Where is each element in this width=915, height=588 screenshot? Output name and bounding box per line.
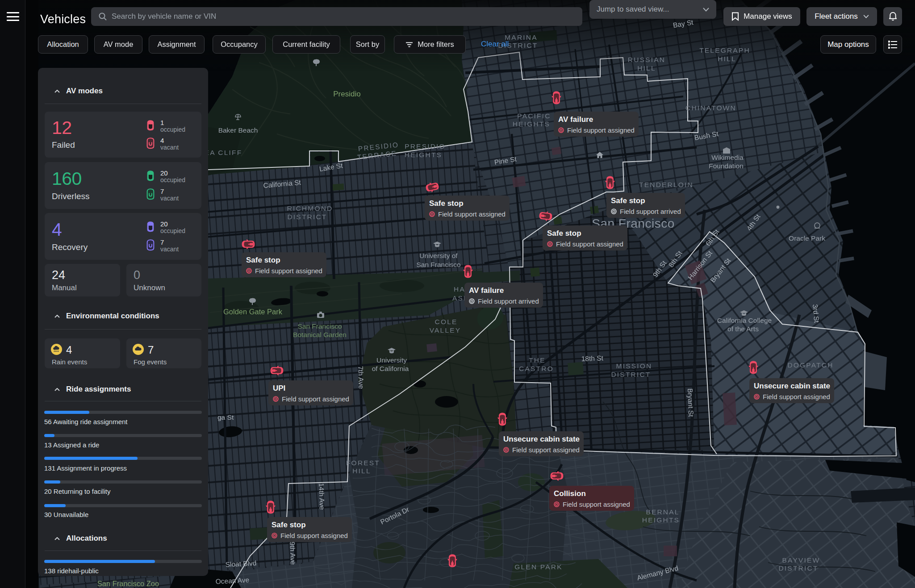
svg-text:MISSION: MISSION (616, 362, 652, 370)
svg-text:DISTRICT: DISTRICT (611, 371, 651, 378)
svg-text:PACIFIC: PACIFIC (517, 112, 551, 120)
svg-text:HEIGHTS: HEIGHTS (405, 151, 442, 158)
svg-text:San Francisco: San Francisco (416, 261, 460, 268)
svg-text:FOREST: FOREST (346, 459, 380, 467)
svg-text:PRESIDIO: PRESIDIO (405, 142, 446, 150)
svg-text:University of: University of (419, 252, 458, 259)
svg-text:BAYVIEW: BAYVIEW (782, 556, 820, 564)
svg-text:CHINATOWN: CHINATOWN (685, 104, 736, 112)
svg-text:University: University (376, 356, 407, 364)
svg-text:VALLEY: VALLEY (430, 326, 461, 334)
svg-text:14th Ave: 14th Ave (318, 483, 326, 510)
svg-text:MARINA: MARINA (505, 33, 537, 41)
svg-text:San Francisco: San Francisco (297, 322, 342, 330)
svg-text:HILL: HILL (637, 64, 656, 72)
svg-text:Foundation: Foundation (709, 162, 744, 170)
svg-text:of California: of California (372, 365, 409, 372)
svg-text:HEIGHTS: HEIGHTS (513, 120, 550, 128)
svg-text:GLEN PARK: GLEN PARK (514, 563, 562, 571)
svg-text:TENDERLOIN: TENDERLOIN (639, 181, 694, 188)
svg-text:DISTRICT: DISTRICT (778, 564, 818, 572)
svg-text:San Francisco Zoo: San Francisco Zoo (97, 580, 159, 588)
svg-text:HILL: HILL (718, 55, 736, 63)
svg-text:DISTRICT: DISTRICT (287, 213, 327, 221)
svg-text:RICHMOND: RICHMOND (287, 204, 333, 212)
svg-text:THE: THE (529, 356, 546, 364)
svg-text:18th St: 18th St (581, 354, 604, 363)
svg-text:RUSSIAN: RUSSIAN (628, 56, 665, 63)
svg-text:Presidio: Presidio (333, 90, 360, 98)
svg-text:DOGPATCH: DOGPATCH (787, 361, 833, 369)
svg-text:of the Arts: of the Arts (727, 325, 759, 333)
svg-text:HEIGHTS: HEIGHTS (642, 516, 680, 524)
svg-text:Bryant St: Bryant St (686, 388, 695, 417)
svg-text:CASTRO: CASTRO (519, 365, 554, 372)
svg-text:Golden Gate Park: Golden Gate Park (223, 308, 283, 316)
svg-text:Botanical Garden: Botanical Garden (293, 331, 347, 338)
svg-text:EA CLIFF: EA CLIFF (205, 149, 242, 156)
svg-text:California College: California College (717, 317, 772, 324)
svg-text:7th Ave: 7th Ave (357, 366, 365, 389)
svg-text:BERNAL: BERNAL (646, 508, 679, 516)
svg-text:COLE: COLE (435, 318, 457, 325)
svg-text:Wikimedia: Wikimedia (711, 154, 744, 161)
svg-text:TELEGRAPH: TELEGRAPH (699, 46, 750, 54)
svg-text:Baker Beach: Baker Beach (218, 126, 258, 134)
svg-text:Oracle Park: Oracle Park (789, 234, 825, 242)
svg-text:ga St: ga St (217, 413, 234, 421)
svg-text:HILL: HILL (352, 467, 371, 475)
